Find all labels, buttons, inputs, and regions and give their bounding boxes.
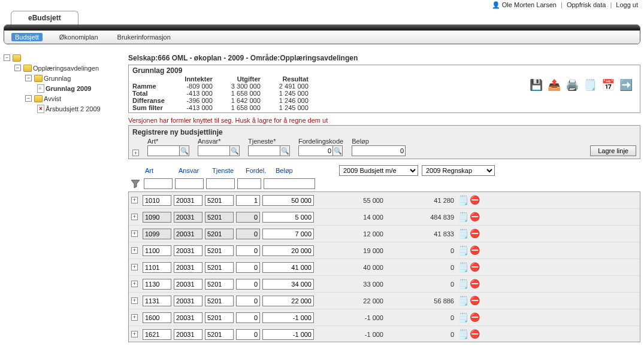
row-ansvar-input[interactable]: [174, 329, 202, 340]
compare-col-1-select[interactable]: 2009 Budsjett m/e: [339, 165, 418, 176]
row-tjeneste-input[interactable]: [205, 229, 234, 239]
fordel-input[interactable]: [298, 145, 333, 156]
row-expand-icon[interactable]: +: [131, 331, 138, 337]
row-tjeneste-input[interactable]: [205, 245, 234, 256]
row-belop-input[interactable]: [262, 195, 314, 206]
row-expand-icon[interactable]: +: [131, 230, 138, 237]
row-tjeneste-input[interactable]: [205, 262, 234, 273]
filter-belop-input[interactable]: [264, 178, 315, 189]
row-art-input[interactable]: [143, 296, 171, 306]
menu-budsjett[interactable]: Budsjett: [11, 33, 43, 41]
row-fordel-input[interactable]: [236, 245, 260, 256]
row-belop-input[interactable]: [262, 312, 314, 323]
row-tjeneste-input[interactable]: [205, 296, 234, 306]
tree-node-avvist[interactable]: − Avvist: [25, 93, 128, 104]
tree-doc-grunnlag-2009[interactable]: Grunnlag 2009: [36, 83, 128, 93]
row-fordel-input[interactable]: [236, 329, 260, 340]
row-ansvar-input[interactable]: [174, 262, 202, 273]
row-delete-icon[interactable]: ⛔: [470, 329, 480, 340]
toggle-icon[interactable]: −: [25, 95, 32, 102]
row-delete-icon[interactable]: ⛔: [470, 279, 480, 290]
ansvar-input[interactable]: [198, 145, 230, 156]
expand-newline-icon[interactable]: +: [132, 150, 139, 156]
row-note-icon[interactable]: 🗒️: [458, 329, 468, 340]
export-icon[interactable]: 📤: [546, 77, 562, 93]
row-expand-icon[interactable]: +: [131, 214, 138, 220]
row-delete-icon[interactable]: ⛔: [470, 212, 480, 223]
compare-col-2-select[interactable]: 2009 Regnskap: [422, 165, 495, 176]
row-tjeneste-input[interactable]: [205, 279, 234, 290]
tjeneste-input[interactable]: [248, 145, 280, 156]
row-belop-input[interactable]: [262, 279, 314, 290]
ansvar-lookup-icon[interactable]: 🔍: [230, 145, 240, 156]
row-expand-icon[interactable]: +: [131, 281, 138, 287]
row-art-input[interactable]: [143, 262, 171, 273]
filter-fordel-input[interactable]: [237, 178, 261, 189]
row-delete-icon[interactable]: ⛔: [470, 245, 480, 256]
row-tjeneste-input[interactable]: [205, 212, 234, 223]
row-delete-icon[interactable]: ⛔: [470, 229, 480, 239]
row-art-input[interactable]: [143, 329, 171, 340]
row-art-input[interactable]: [143, 195, 171, 206]
app-tab[interactable]: eBudsjett: [11, 11, 78, 25]
row-expand-icon[interactable]: +: [131, 247, 138, 254]
col-tjeneste[interactable]: Tjenste: [211, 167, 244, 174]
budget-grid[interactable]: +55 00041 280🗒️⛔+14 000484 839🗒️⛔+12 000…: [128, 191, 640, 342]
row-delete-icon[interactable]: ⛔: [470, 195, 480, 206]
row-note-icon[interactable]: 🗒️: [458, 279, 468, 290]
row-expand-icon[interactable]: +: [131, 297, 138, 304]
row-delete-icon[interactable]: ⛔: [470, 262, 480, 273]
save-icon[interactable]: 💾: [528, 77, 544, 93]
row-note-icon[interactable]: 🗒️: [458, 195, 468, 206]
row-art-input[interactable]: [143, 312, 171, 323]
belop-input[interactable]: [352, 145, 406, 156]
proceed-icon[interactable]: ➡️: [618, 77, 634, 93]
toggle-icon[interactable]: −: [25, 75, 32, 81]
row-ansvar-input[interactable]: [174, 229, 202, 239]
tree-root-expand[interactable]: −: [4, 53, 128, 63]
row-note-icon[interactable]: 🗒️: [458, 212, 468, 223]
row-expand-icon[interactable]: +: [131, 264, 138, 270]
filter-art-input[interactable]: [144, 178, 173, 189]
logout-link[interactable]: Logg ut: [616, 1, 638, 8]
row-ansvar-input[interactable]: [174, 245, 202, 256]
row-belop-input[interactable]: [262, 329, 314, 340]
row-expand-icon[interactable]: +: [131, 197, 138, 203]
tree-node-opplaring[interactable]: − Opplæringsavdelingen: [14, 63, 128, 73]
filter-tjeneste-input[interactable]: [206, 178, 235, 189]
row-note-icon[interactable]: 🗒️: [458, 262, 468, 273]
row-belop-input[interactable]: [262, 229, 314, 239]
row-note-icon[interactable]: 🗒️: [458, 245, 468, 256]
row-tjeneste-input[interactable]: [205, 195, 234, 206]
toggle-icon[interactable]: −: [4, 54, 10, 61]
row-fordel-input[interactable]: [236, 296, 260, 306]
row-delete-icon[interactable]: ⛔: [470, 296, 480, 306]
col-ansvar[interactable]: Ansvar: [177, 167, 211, 174]
row-belop-input[interactable]: [262, 296, 314, 306]
tree-doc-arsbudsjett[interactable]: Årsbudsjett 2 2009: [36, 104, 128, 114]
calendar-icon[interactable]: 📅: [600, 77, 616, 93]
row-tjeneste-input[interactable]: [205, 312, 234, 323]
row-art-input[interactable]: [143, 212, 171, 223]
fordel-lookup-icon[interactable]: 🔍: [333, 145, 343, 156]
refresh-data-link[interactable]: Oppfrisk data: [567, 1, 606, 8]
col-fordel[interactable]: Fordel.: [244, 167, 274, 174]
note-icon[interactable]: 🗒️: [582, 77, 598, 93]
row-delete-icon[interactable]: ⛔: [470, 312, 480, 323]
row-ansvar-input[interactable]: [174, 212, 202, 223]
row-fordel-input[interactable]: [236, 212, 260, 223]
row-art-input[interactable]: [143, 279, 171, 290]
row-tjeneste-input[interactable]: [205, 329, 234, 340]
filter-ansvar-input[interactable]: [175, 178, 204, 189]
menu-brukerinfo[interactable]: Brukerinformasjon: [115, 33, 173, 41]
row-art-input[interactable]: [143, 245, 171, 256]
row-note-icon[interactable]: 🗒️: [458, 229, 468, 239]
tjeneste-lookup-icon[interactable]: 🔍: [280, 145, 290, 156]
row-expand-icon[interactable]: +: [131, 314, 138, 321]
row-fordel-input[interactable]: [236, 312, 260, 323]
row-belop-input[interactable]: [262, 245, 314, 256]
print-icon[interactable]: 🖨️: [564, 77, 580, 93]
row-belop-input[interactable]: [262, 262, 314, 273]
row-note-icon[interactable]: 🗒️: [458, 312, 468, 323]
filter-icon[interactable]: [131, 179, 140, 188]
